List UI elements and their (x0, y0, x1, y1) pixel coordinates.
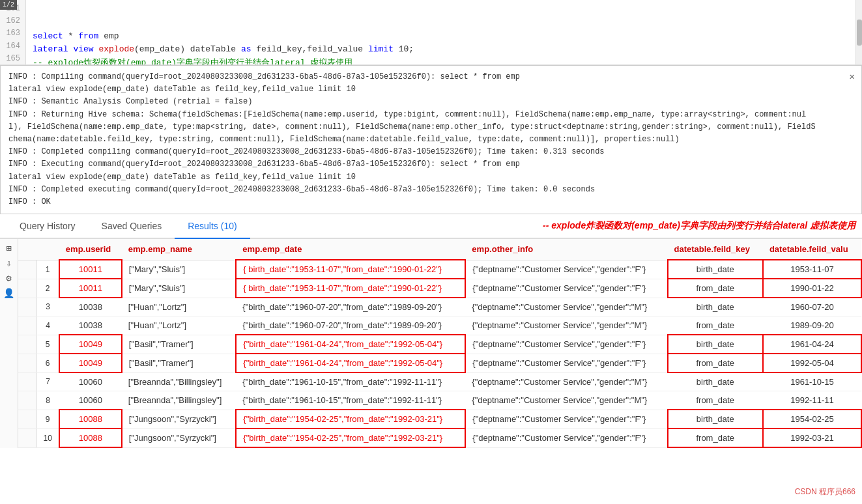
user-icon[interactable]: 👤 (3, 288, 14, 299)
page-badge: 1/2 (0, 0, 17, 10)
cell-feild-key: from_date (668, 391, 763, 410)
cell-userid: 10011 (59, 260, 122, 279)
cell-other-info: {"deptname":"Customer Service","gender":… (465, 391, 667, 410)
th-other-info[interactable]: emp.other_info (465, 239, 667, 260)
cell-userid: 10038 (59, 298, 122, 316)
row-number: 5 (36, 335, 59, 354)
table-wrapper: emp.userid emp.emp_name emp.emp_date emp… (18, 239, 862, 448)
row-icon-cell (18, 410, 36, 428)
th-emp-name[interactable]: emp.emp_name (122, 239, 237, 260)
cell-emp-date: {"birth_date":"1961-10-15","from_date":"… (236, 391, 465, 410)
cell-feild-key: birth_date (668, 335, 763, 354)
table-row: 410038["Huan","Lortz"]{"birth_date":"196… (18, 316, 861, 335)
th-feild-key[interactable]: datetable.feild_key (668, 239, 763, 260)
cell-emp-date: {"birth_date":"1960-07-20","from_date":"… (236, 316, 465, 335)
cell-userid: 10088 (59, 410, 122, 428)
table-row: 910088["Jungsoon","Syrzycki"]{"birth_dat… (18, 410, 861, 428)
log-close-button[interactable]: ✕ (850, 70, 855, 84)
row-number: 10 (36, 428, 59, 447)
cell-emp-date: {"birth_date":"1961-04-24","from_date":"… (236, 335, 465, 354)
table-row: 810060["Breannda","Billingsley"]{"birth_… (18, 391, 861, 410)
cell-feild-value: 1990-01-22 (763, 279, 861, 298)
code-scrollbar-thumb[interactable] (857, 20, 862, 46)
log-line-9: lateral view explode(emp_date) dateTable… (8, 171, 854, 184)
row-icon-cell (18, 335, 36, 354)
cell-emp-date: {"birth_date":"1954-02-25","from_date":"… (236, 428, 465, 447)
cell-feild-value: 1992-05-04 (763, 354, 861, 372)
cell-emp-name: ["Mary","Sluis"] (122, 279, 237, 298)
cell-feild-value: 1992-03-21 (763, 428, 861, 447)
table-row: 710060["Breannda","Billingsley"]{"birth_… (18, 372, 861, 391)
th-emp-date[interactable]: emp.emp_date (236, 239, 465, 260)
row-icon-cell (18, 391, 36, 410)
cell-other-info: {"deptname":"Customer Service","gender":… (465, 354, 667, 372)
left-sidebar-icons: ⊞ ⇩ ⚙ 👤 (0, 239, 18, 448)
code-editor: 1/2 161162163164165 select * from emp la… (0, 0, 862, 65)
tab-results[interactable]: Results (10) (175, 214, 250, 239)
cell-feild-value: 1961-10-15 (763, 372, 861, 391)
cell-userid: 10049 (59, 354, 122, 372)
settings-icon[interactable]: ⚙ (6, 273, 11, 284)
cell-feild-key: from_date (668, 354, 763, 372)
cell-feild-value: 1953-11-07 (763, 260, 861, 279)
code-scrollbar[interactable] (855, 0, 862, 64)
table-row: 110011["Mary","Sluis"]{ birth_date":"195… (18, 260, 861, 279)
grid-icon[interactable]: ⊞ (6, 243, 11, 254)
cell-emp-name: ["Basil","Tramer"] (122, 335, 237, 354)
log-line-4: INFO : Returning Hive schema: Schema(fie… (8, 109, 854, 121)
row-icon-cell (18, 298, 36, 316)
row-number: 2 (36, 279, 59, 298)
log-line-8: INFO : Executing command(queryId=root_20… (8, 158, 854, 171)
table-outer: ⊞ ⇩ ⚙ 👤 emp.userid emp.emp_name emp.emp_… (0, 239, 862, 448)
code-line-164: -- explode炸裂函数对(emp_date)字典字段由列变行并结合late… (33, 58, 352, 64)
log-line-7: INFO : Completed compiling command(query… (8, 146, 854, 158)
download-icon[interactable]: ⇩ (6, 258, 11, 269)
cell-emp-name: ["Huan","Lortz"] (122, 316, 237, 335)
code-content[interactable]: select * from emp lateral view explode(e… (26, 0, 855, 64)
cell-feild-value: 1989-09-20 (763, 316, 861, 335)
cell-userid: 10038 (59, 316, 122, 335)
log-line-10: INFO : Completed executing command(query… (8, 184, 854, 196)
log-line-5: l), FieldSchema(name:emp.emp_date, type:… (8, 121, 854, 133)
th-feild-value[interactable]: datetable.feild_valu (763, 239, 861, 260)
table-row: 1010088["Jungsoon","Syrzycki"]{"birth_da… (18, 428, 861, 447)
cell-userid: 10011 (59, 279, 122, 298)
tab-query-history[interactable]: Query History (7, 214, 89, 239)
table-row: 510049["Basil","Tramer"]{"birth_date":"1… (18, 335, 861, 354)
cell-other-info: {"deptname":"Customer Service","gender":… (465, 298, 667, 316)
th-icon (18, 239, 36, 260)
cell-feild-value: 1961-04-24 (763, 335, 861, 354)
row-number: 8 (36, 391, 59, 410)
cell-feild-key: from_date (668, 428, 763, 447)
table-row: 210011["Mary","Sluis"]{ birth_date":"195… (18, 279, 861, 298)
th-userid[interactable]: emp.userid (59, 239, 122, 260)
cell-feild-key: from_date (668, 316, 763, 335)
th-rownum (36, 239, 59, 260)
cell-feild-key: birth_date (668, 372, 763, 391)
cell-other-info: {"deptname":"Customer Service","gender":… (465, 372, 667, 391)
cell-other-info: {"deptname":"Customer Service","gender":… (465, 335, 667, 354)
cell-other-info: {"deptname":"Customer Service","gender":… (465, 279, 667, 298)
cell-emp-date: {"birth_date":"1961-04-24","from_date":"… (236, 354, 465, 372)
tab-saved-queries[interactable]: Saved Queries (89, 214, 175, 239)
cell-userid: 10060 (59, 372, 122, 391)
cell-emp-name: ["Breannda","Billingsley"] (122, 391, 237, 410)
table-row: 610049["Basil","Tramer"]{"birth_date":"1… (18, 354, 861, 372)
log-area: ✕ INFO : Compiling command(queryId=root_… (0, 65, 862, 214)
cell-emp-name: ["Breannda","Billingsley"] (122, 372, 237, 391)
code-line-162: select * from emp (33, 31, 119, 41)
cell-emp-date: {"birth_date":"1954-02-25","from_date":"… (236, 410, 465, 428)
row-number: 3 (36, 298, 59, 316)
tab-annotation: -- explode炸裂函数对(emp_date)字典字段由列变行并结合late… (543, 220, 855, 232)
log-line-11: INFO : OK (8, 196, 854, 208)
log-line-1: INFO : Compiling command(queryId=root_20… (8, 71, 854, 83)
row-icon-cell (18, 372, 36, 391)
cell-feild-key: birth_date (668, 260, 763, 279)
cell-emp-date: {"birth_date":"1960-07-20","from_date":"… (236, 298, 465, 316)
row-icon-cell (18, 279, 36, 298)
cell-userid: 10060 (59, 391, 122, 410)
log-line-6: chema(name:datetable.feild_key, type:str… (8, 133, 854, 146)
code-line-163: lateral view explode(emp_date) dateTable… (33, 44, 414, 54)
row-icon-cell (18, 428, 36, 447)
row-icon-cell (18, 316, 36, 335)
